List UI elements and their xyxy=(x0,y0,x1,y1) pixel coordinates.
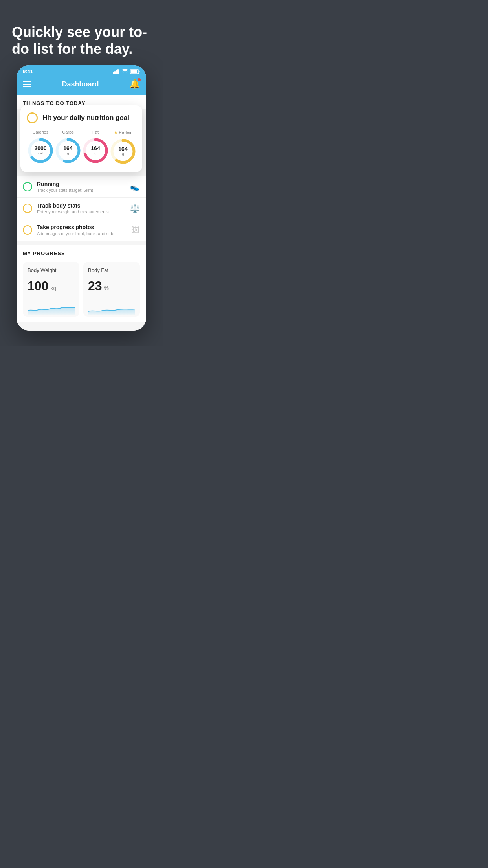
nutrition-grid: Calories 2000 cal Carbs xyxy=(27,130,136,165)
body-stats-title: Track body stats xyxy=(37,202,125,209)
body-weight-card[interactable]: Body Weight 100 kg xyxy=(23,262,79,317)
fat-value: 164 xyxy=(91,146,100,152)
nutrition-fat: Fat 164 g xyxy=(82,130,109,164)
running-text: Running Track your stats (target: 5km) xyxy=(37,181,125,193)
carbs-unit: g xyxy=(63,152,72,156)
calories-value: 2000 xyxy=(34,146,46,152)
body-weight-unit: kg xyxy=(50,285,56,291)
todo-body-stats[interactable]: Track body stats Enter your weight and m… xyxy=(17,198,146,219)
todo-list: Running Track your stats (target: 5km) 👟… xyxy=(17,176,146,241)
todo-progress-photos[interactable]: Take progress photos Add images of your … xyxy=(17,219,146,241)
body-fat-value-row: 23 % xyxy=(88,279,135,293)
svg-rect-2 xyxy=(116,70,117,74)
body-weight-chart xyxy=(28,300,75,315)
protein-label: Protein xyxy=(119,130,133,135)
fat-unit: g xyxy=(91,152,100,156)
body-stats-subtitle: Enter your weight and measurements xyxy=(37,210,125,214)
calories-donut: 2000 cal xyxy=(27,137,54,164)
svg-rect-5 xyxy=(131,70,137,73)
app-content: THINGS TO DO TODAY Hit your daily nutrit… xyxy=(17,95,146,331)
body-fat-unit: % xyxy=(104,285,109,291)
svg-rect-1 xyxy=(114,71,116,74)
body-weight-value-row: 100 kg xyxy=(28,279,75,293)
protein-donut: 164 g xyxy=(109,138,137,165)
photo-icon: 🖼 xyxy=(132,226,140,235)
status-icons xyxy=(113,69,140,74)
running-title: Running xyxy=(37,181,125,187)
notification-bell[interactable]: 🔔 xyxy=(129,79,140,89)
body-stats-text: Track body stats Enter your weight and m… xyxy=(37,202,125,214)
photos-text: Take progress photos Add images of your … xyxy=(37,224,127,236)
carbs-value: 164 xyxy=(63,146,72,152)
running-shoe-icon: 👟 xyxy=(130,182,140,191)
card-title-row: Hit your daily nutrition goal xyxy=(27,112,136,123)
progress-section: MY PROGRESS Body Weight 100 kg xyxy=(17,245,146,322)
status-bar: 9:41 xyxy=(17,65,146,76)
nutrition-check-circle[interactable] xyxy=(27,112,38,123)
body-fat-title: Body Fat xyxy=(88,267,135,273)
body-stats-check-circle[interactable] xyxy=(23,204,32,213)
body-weight-title: Body Weight xyxy=(28,267,75,273)
hero-title: Quickly see your to-do list for the day. xyxy=(12,24,151,57)
calories-unit: cal xyxy=(34,152,46,156)
carbs-donut: 164 g xyxy=(54,137,82,164)
body-fat-chart xyxy=(88,300,135,315)
progress-cards: Body Weight 100 kg xyxy=(23,262,140,317)
scale-icon: ⚖️ xyxy=(130,204,140,213)
photos-subtitle: Add images of your front, back, and side xyxy=(37,231,127,236)
protein-unit: g xyxy=(118,153,127,156)
carbs-label: Carbs xyxy=(62,130,73,134)
calories-label: Calories xyxy=(33,130,48,134)
signal-icon xyxy=(113,69,120,74)
phone-mockup: 9:41 xyxy=(17,65,146,331)
nutrition-calories: Calories 2000 cal xyxy=(27,130,54,164)
protein-value: 164 xyxy=(118,147,127,153)
photos-title: Take progress photos xyxy=(37,224,127,230)
hero-section: Quickly see your to-do list for the day. xyxy=(0,0,163,65)
body-fat-value: 23 xyxy=(88,279,102,293)
nutrition-carbs: Carbs 164 g xyxy=(54,130,82,164)
fat-donut: 164 g xyxy=(82,137,109,164)
photos-check-circle[interactable] xyxy=(23,225,32,235)
notification-dot xyxy=(138,78,141,81)
hamburger-menu[interactable] xyxy=(23,81,31,87)
fat-label: Fat xyxy=(92,130,99,134)
progress-section-title: MY PROGRESS xyxy=(23,250,140,256)
protein-star-icon: ★ xyxy=(114,130,118,135)
battery-icon xyxy=(130,69,140,74)
running-subtitle: Track your stats (target: 5km) xyxy=(37,188,125,193)
nutrition-card[interactable]: Hit your daily nutrition goal Calories 2… xyxy=(20,105,142,172)
protein-label-row: ★ Protein xyxy=(114,130,133,135)
wifi-icon xyxy=(122,69,128,74)
nav-title: Dashboard xyxy=(62,80,99,88)
nutrition-protein: ★ Protein 164 g xyxy=(109,130,137,165)
svg-rect-0 xyxy=(113,72,114,74)
running-check-circle[interactable] xyxy=(23,182,32,191)
nutrition-card-title: Hit your daily nutrition goal xyxy=(42,114,129,122)
status-time: 9:41 xyxy=(23,68,33,74)
svg-rect-6 xyxy=(139,71,140,72)
svg-rect-3 xyxy=(117,69,119,74)
body-fat-card[interactable]: Body Fat 23 % xyxy=(83,262,140,317)
body-weight-value: 100 xyxy=(28,279,48,293)
top-nav: Dashboard 🔔 xyxy=(17,76,146,95)
todo-running[interactable]: Running Track your stats (target: 5km) 👟 xyxy=(17,176,146,198)
